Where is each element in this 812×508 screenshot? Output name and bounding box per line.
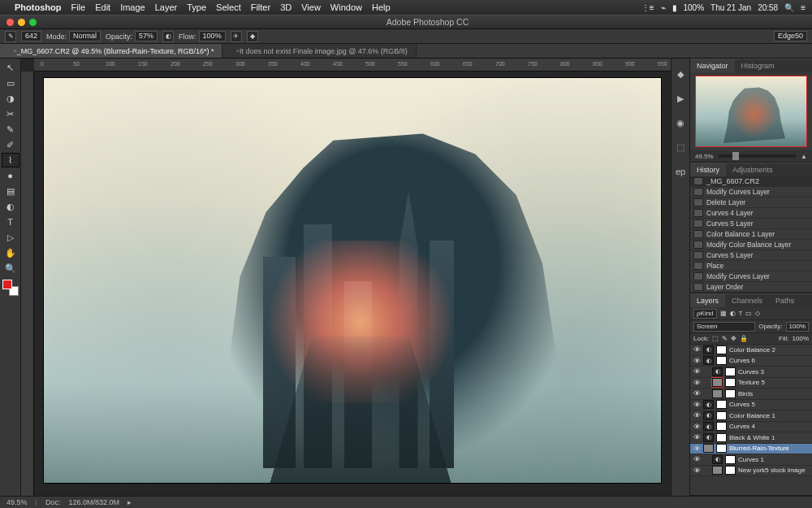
visibility-toggle-icon[interactable]: 👁 (693, 345, 701, 354)
visibility-toggle-icon[interactable]: 👁 (693, 455, 701, 463)
opacity-field[interactable]: 57% (135, 31, 158, 41)
wifi-icon[interactable]: ⋮≡ (641, 3, 654, 12)
navigator-zoom-value[interactable]: 49.5% (695, 153, 714, 160)
layer-mask-thumb[interactable] (716, 433, 727, 442)
history-item[interactable]: Place (690, 261, 812, 271)
color-swatches[interactable] (2, 280, 19, 296)
brush-tool-icon[interactable]: ✎ (5, 31, 16, 42)
filter-smart-icon[interactable]: ◇ (755, 310, 760, 317)
tab-adjustments[interactable]: Adjustments (726, 163, 780, 176)
history-item[interactable]: Layer Order (690, 282, 812, 293)
layer-row[interactable]: 👁◐Curves 4 (690, 422, 812, 433)
blend-mode-select[interactable]: Normal (69, 31, 101, 41)
canvas[interactable] (44, 78, 661, 483)
history-item[interactable]: Modify Curves Layer (690, 187, 812, 198)
layer-mask-thumb[interactable] (725, 455, 736, 464)
tab-histogram[interactable]: Histogram (735, 59, 781, 72)
status-zoom[interactable]: 49.5% (6, 498, 28, 506)
navigator-thumbnail[interactable] (695, 76, 807, 147)
type-tool[interactable]: T (2, 215, 19, 229)
tab-paths[interactable]: Paths (769, 294, 801, 307)
workspace-select[interactable]: Edge50 (774, 31, 807, 41)
brush-size-field[interactable]: 642 (21, 31, 41, 41)
visibility-toggle-icon[interactable]: 👁 (693, 357, 701, 365)
layer-row[interactable]: 👁New york5 stock image (690, 466, 812, 477)
layer-row[interactable]: 👁◐Color Balance 2 (690, 345, 812, 356)
collapsed-panel-icon[interactable]: ⬚ (673, 140, 688, 154)
dodge-tool[interactable]: ◐ (2, 199, 19, 214)
foreground-color-swatch[interactable] (2, 280, 12, 289)
menu-select[interactable]: Select (216, 2, 241, 12)
layer-thumb[interactable] (712, 466, 723, 475)
layer-mask-thumb[interactable] (725, 378, 736, 387)
visibility-toggle-icon[interactable]: 👁 (693, 401, 701, 409)
tab-channels[interactable]: Channels (725, 294, 769, 307)
history-item[interactable]: Curves 4 Layer (690, 208, 812, 219)
layer-row[interactable]: 👁Blurred-Rain-Texture (690, 444, 812, 455)
visibility-toggle-icon[interactable]: 👁 (693, 367, 701, 376)
history-item[interactable]: Delete Layer (690, 198, 812, 208)
filter-adj-icon[interactable]: ◐ (730, 310, 736, 317)
move-tool[interactable]: ↖ (2, 60, 19, 75)
marquee-tool[interactable]: ▭ (2, 76, 19, 90)
lock-transparency-icon[interactable]: ⬚ (712, 335, 719, 342)
airbrush-icon[interactable]: ✈ (231, 31, 242, 42)
bluetooth-icon[interactable]: ⌁ (661, 3, 666, 12)
menu-help[interactable]: Help (372, 2, 391, 12)
layer-row[interactable]: 👁◐Curves 5 (690, 400, 812, 411)
layer-fill-field[interactable]: 100% (793, 335, 809, 342)
battery-icon[interactable]: ▮ (672, 3, 677, 12)
gradient-tool[interactable]: ▤ (2, 184, 19, 198)
minimize-window-button[interactable] (18, 19, 25, 26)
time[interactable]: 20:58 (758, 3, 778, 12)
status-chevron-icon[interactable]: ▸ (127, 498, 132, 506)
history-item[interactable]: Modify Curves Layer (690, 271, 812, 282)
collapsed-panel-icon[interactable]: ep (673, 164, 688, 179)
menu-app-name[interactable]: Photoshop (15, 2, 61, 12)
ruler-vertical[interactable] (21, 72, 34, 496)
lasso-tool[interactable]: ◑ (2, 91, 19, 106)
visibility-toggle-icon[interactable]: 👁 (693, 433, 701, 441)
lock-position-icon[interactable]: ✥ (731, 335, 736, 342)
menu-file[interactable]: File (71, 2, 85, 12)
navigator-zoom-slider[interactable] (719, 154, 796, 158)
canvas-area[interactable] (34, 72, 671, 496)
layer-thumb[interactable] (712, 378, 723, 387)
layer-mask-thumb[interactable] (725, 466, 736, 475)
layer-row[interactable]: 👁Texture 5 (690, 378, 812, 389)
ruler-horizontal[interactable]: 0501001502002503003504004505005506006507… (34, 59, 671, 72)
visibility-toggle-icon[interactable]: 👁 (693, 467, 701, 475)
eyedropper-tool[interactable]: ✎ (2, 122, 19, 137)
history-item[interactable]: Curves 5 Layer (690, 219, 812, 229)
close-window-button[interactable] (6, 19, 14, 26)
history-snapshot[interactable]: _MG_6607.CR2 (690, 176, 812, 187)
visibility-toggle-icon[interactable]: 👁 (693, 389, 701, 397)
menu-edit[interactable]: Edit (95, 2, 110, 12)
filter-shape-icon[interactable]: ▭ (745, 310, 752, 317)
layer-mask-thumb[interactable] (716, 422, 727, 431)
collapsed-panel-icon[interactable]: ◆ (673, 67, 688, 81)
menu-3d[interactable]: 3D (280, 2, 292, 12)
layer-thumb[interactable] (703, 444, 714, 453)
layer-row[interactable]: 👁◐Curves 6 (690, 356, 812, 367)
spotlight-icon[interactable]: 🔍 (784, 3, 794, 12)
stamp-tool[interactable]: ● (2, 168, 19, 183)
layer-row[interactable]: 👁◐Curves 3 (690, 367, 812, 378)
visibility-toggle-icon[interactable]: 👁 (693, 379, 701, 387)
zoom-in-icon[interactable]: ▲ (801, 153, 807, 160)
brush-tool[interactable]: ⌇ (2, 153, 19, 167)
layer-row[interactable]: 👁◐Color Balance 1 (690, 410, 812, 422)
hand-tool[interactable]: ✋ (2, 245, 19, 260)
tab-layers[interactable]: Layers (690, 294, 725, 307)
pressure-size-icon[interactable]: ◆ (247, 31, 258, 42)
collapsed-panel-icon[interactable]: ▶ (673, 91, 688, 106)
layer-opacity-field[interactable]: 100% (786, 322, 809, 332)
pressure-opacity-icon[interactable]: ◐ (162, 31, 174, 42)
document-tab[interactable]: × It does not exist Finale image.jpg @ 4… (222, 44, 416, 58)
layer-mask-thumb[interactable] (716, 411, 727, 420)
lock-pixels-icon[interactable]: ✎ (722, 335, 728, 342)
date[interactable]: Thu 21 Jan (710, 3, 751, 12)
menu-extras-icon[interactable]: ≡ (801, 3, 806, 12)
menu-type[interactable]: Type (187, 2, 206, 12)
crop-tool[interactable]: ✂ (2, 106, 19, 121)
